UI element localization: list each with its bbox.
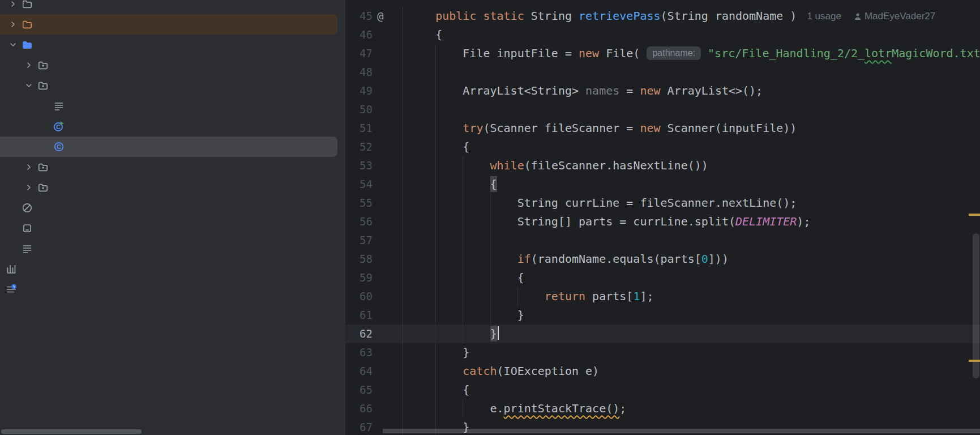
code-editor[interactable]: 45@ public static String retrievePass(St… bbox=[345, 0, 980, 435]
tree-item-file-handling-2[interactable] bbox=[0, 75, 345, 96]
code-text[interactable]: while(fileScanner.hasNextLine()) bbox=[403, 156, 708, 175]
tree-item--gitignore[interactable] bbox=[0, 198, 345, 218]
code-line-45[interactable]: 45@ public static String retrievePass(St… bbox=[345, 7, 980, 25]
chevron-right-icon[interactable] bbox=[22, 61, 36, 70]
code-line-50[interactable]: 50 bbox=[345, 100, 980, 119]
chevron-down-icon[interactable] bbox=[22, 81, 36, 90]
code-line-66[interactable]: 66 e.printStackTrace(); bbox=[345, 399, 980, 418]
line-number[interactable]: 58 bbox=[345, 250, 373, 268]
code-line-47[interactable]: 47 File inputFile = new File( pathname:"… bbox=[345, 44, 980, 63]
code-line-59[interactable]: 59 { bbox=[345, 268, 980, 287]
code-text[interactable]: } bbox=[403, 325, 499, 343]
warning-stripe-mark[interactable] bbox=[969, 360, 980, 362]
tree-item-main[interactable]: C bbox=[0, 116, 345, 137]
code-text[interactable]: catch(IOException e) bbox=[403, 362, 599, 381]
line-number[interactable]: 50 bbox=[345, 100, 373, 119]
line-number[interactable]: 51 bbox=[345, 119, 373, 138]
code-text[interactable]: } bbox=[403, 343, 469, 362]
line-number[interactable]: 54 bbox=[345, 175, 373, 194]
line-number[interactable]: 57 bbox=[345, 231, 373, 250]
code-text[interactable]: public static String retrievePass(String… bbox=[403, 7, 797, 25]
code-line-64[interactable]: 64 catch(IOException e) bbox=[345, 362, 980, 381]
code-line-52[interactable]: 52 { bbox=[345, 138, 980, 156]
code-line-60[interactable]: 60 return parts[1]; bbox=[345, 287, 980, 306]
code-text[interactable]: { bbox=[403, 138, 469, 156]
package-icon bbox=[36, 182, 50, 193]
code-line-61[interactable]: 61 } bbox=[345, 306, 980, 325]
code-token: lotr bbox=[865, 46, 892, 60]
line-number[interactable]: 60 bbox=[345, 287, 373, 306]
editor-horizontal-scrollbar[interactable] bbox=[383, 429, 980, 433]
code-text[interactable]: { bbox=[403, 175, 497, 194]
code-line-48[interactable]: 48 bbox=[345, 63, 980, 82]
code-text[interactable]: try(Scanner fileScanner = new Scanner(in… bbox=[403, 119, 797, 138]
line-number[interactable]: 56 bbox=[345, 212, 373, 231]
tree-item-utils[interactable]: C bbox=[0, 137, 345, 157]
code-text[interactable]: e.printStackTrace(); bbox=[403, 399, 626, 418]
code-text[interactable]: { bbox=[403, 381, 469, 399]
sidebar-horizontal-scrollbar[interactable] bbox=[1, 429, 142, 434]
code-line-49[interactable]: 49 ArrayList<String> names = new ArrayLi… bbox=[345, 82, 980, 100]
line-number[interactable]: 45 bbox=[345, 7, 373, 25]
chevron-right-icon[interactable] bbox=[22, 183, 36, 192]
code-line-62[interactable]: 62 } bbox=[345, 325, 980, 343]
tree-item-file-handling-3[interactable] bbox=[0, 157, 345, 177]
code-text[interactable] bbox=[403, 63, 408, 82]
code-text[interactable]: { bbox=[403, 25, 442, 44]
tree-item-scratches-and-consoles[interactable] bbox=[0, 279, 345, 300]
code-line-55[interactable]: 55 String currLine = fileScanner.nextLin… bbox=[345, 194, 980, 212]
code-text[interactable]: return parts[1]; bbox=[403, 287, 654, 306]
code-line-51[interactable]: 51 try(Scanner fileScanner = new Scanner… bbox=[345, 119, 980, 138]
tree-item-users-txt[interactable] bbox=[0, 238, 345, 259]
chevron-right-icon[interactable] bbox=[6, 0, 20, 8]
line-number[interactable]: 53 bbox=[345, 156, 373, 175]
line-number[interactable]: 62 bbox=[345, 325, 373, 343]
code-text[interactable]: String[] parts = currLine.split(DELIMITE… bbox=[403, 212, 810, 231]
code-line-46[interactable]: 46 { bbox=[345, 25, 980, 44]
line-number[interactable]: 66 bbox=[345, 399, 373, 418]
code-text[interactable]: ArrayList<String> names = new ArrayList<… bbox=[403, 82, 763, 100]
code-text[interactable]: if(randomName.equals(parts[0])) bbox=[403, 250, 729, 268]
author-hint[interactable]: MadEyeVader27 bbox=[854, 7, 935, 25]
line-number[interactable]: 61 bbox=[345, 306, 373, 325]
tree-item-file-handling-assignment-iml[interactable] bbox=[0, 218, 345, 238]
code-text[interactable] bbox=[403, 231, 408, 250]
code-line-53[interactable]: 53 while(fileScanner.hasNextLine()) bbox=[345, 156, 980, 175]
code-line-63[interactable]: 63 } bbox=[345, 343, 980, 362]
line-number[interactable]: 67 bbox=[345, 418, 373, 435]
tree-item-file-handling-1[interactable] bbox=[0, 55, 345, 75]
line-number[interactable]: 49 bbox=[345, 82, 373, 100]
code-line-56[interactable]: 56 String[] parts = currLine.split(DELIM… bbox=[345, 212, 980, 231]
tree-item-file-handling-4[interactable] bbox=[0, 177, 345, 198]
code-line-54[interactable]: 54 { bbox=[345, 175, 980, 194]
line-number[interactable]: 46 bbox=[345, 25, 373, 44]
usages-hint[interactable]: 1 usage bbox=[807, 7, 841, 25]
line-number[interactable]: 65 bbox=[345, 381, 373, 399]
tree-item-src[interactable] bbox=[0, 35, 345, 55]
chevron-down-icon[interactable] bbox=[6, 40, 20, 49]
tree-item--idea[interactable] bbox=[0, 0, 345, 14]
line-number[interactable]: 52 bbox=[345, 138, 373, 156]
code-text[interactable] bbox=[403, 100, 408, 119]
tree-item-out[interactable] bbox=[0, 14, 345, 35]
code-text[interactable]: { bbox=[403, 268, 524, 287]
line-number[interactable]: 48 bbox=[345, 63, 373, 82]
code-line-58[interactable]: 58 if(randomName.equals(parts[0])) bbox=[345, 250, 980, 268]
tree-item-2-lotrmagicword-txt[interactable] bbox=[0, 96, 345, 116]
line-number[interactable]: 63 bbox=[345, 343, 373, 362]
chevron-right-icon[interactable] bbox=[22, 163, 36, 172]
line-number[interactable]: 47 bbox=[345, 44, 373, 63]
line-number[interactable]: 55 bbox=[345, 194, 373, 212]
chevron-right-icon[interactable] bbox=[6, 20, 20, 29]
code-token: static bbox=[483, 9, 524, 23]
line-number[interactable]: 59 bbox=[345, 268, 373, 287]
code-text[interactable]: File inputFile = new File( pathname:"src… bbox=[403, 44, 980, 63]
line-number[interactable]: 64 bbox=[345, 362, 373, 381]
warning-stripe-mark[interactable] bbox=[969, 214, 980, 216]
code-line-57[interactable]: 57 bbox=[345, 231, 980, 250]
code-text[interactable]: String currLine = fileScanner.nextLine()… bbox=[403, 194, 797, 212]
tree-item-external-libraries[interactable] bbox=[0, 259, 345, 279]
editor-vertical-scrollbar[interactable] bbox=[973, 233, 979, 378]
code-line-65[interactable]: 65 { bbox=[345, 381, 980, 399]
code-text[interactable]: } bbox=[403, 306, 524, 325]
